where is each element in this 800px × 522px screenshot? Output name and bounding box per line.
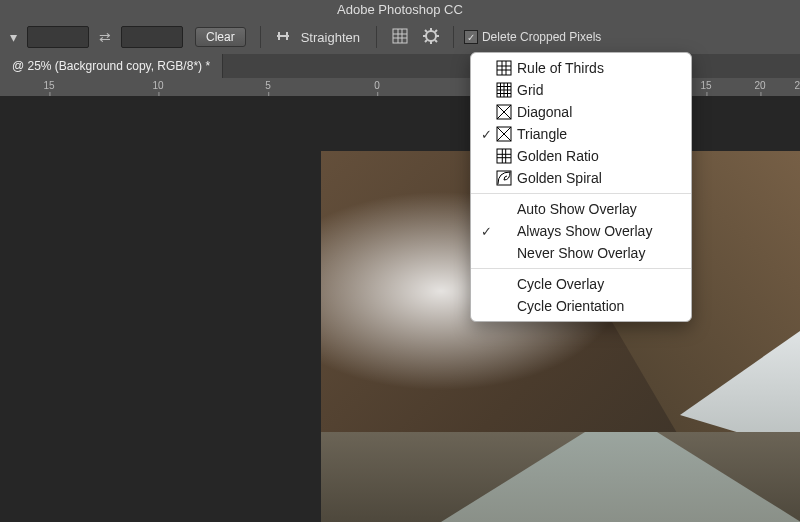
- menu-item-label: Auto Show Overlay: [517, 201, 637, 217]
- divider: [453, 26, 454, 48]
- crop-settings-icon[interactable]: [419, 28, 443, 47]
- menu-item-label: Diagonal: [517, 104, 572, 120]
- crop-width-input[interactable]: [27, 26, 89, 48]
- menu-item-always-show-overlay[interactable]: ✓Always Show Overlay: [471, 220, 691, 242]
- menu-item-label: Triangle: [517, 126, 567, 142]
- menu-item-cycle-overlay[interactable]: Cycle Overlay: [471, 273, 691, 295]
- menu-item-golden-spiral[interactable]: Golden Spiral: [471, 167, 691, 189]
- tri-icon: [495, 126, 513, 142]
- svg-rect-17: [497, 61, 511, 75]
- divider: [376, 26, 377, 48]
- app-title: Adobe Photoshop CC: [0, 0, 800, 21]
- aspect-dropdown-icon[interactable]: ▾: [6, 29, 21, 45]
- menu-item-label: Grid: [517, 82, 543, 98]
- overlay-options-button[interactable]: [387, 25, 413, 50]
- menu-separator: [471, 193, 691, 194]
- check-icon: ✓: [477, 127, 495, 142]
- svg-line-14: [435, 40, 437, 42]
- svg-line-34: [497, 127, 504, 134]
- check-icon: ✓: [477, 224, 495, 239]
- ruler-tick: 0: [374, 80, 380, 91]
- document-tab[interactable]: @ 25% (Background copy, RGB/8*) *: [0, 54, 223, 79]
- ruler-tick: 10: [152, 80, 163, 91]
- menu-item-diagonal[interactable]: Diagonal: [471, 101, 691, 123]
- diag-icon: [495, 104, 513, 120]
- menu-item-label: Golden Ratio: [517, 148, 599, 164]
- svg-rect-3: [393, 29, 407, 43]
- overlay-options-menu: Rule of ThirdsGridDiagonal✓TriangleGolde…: [470, 52, 692, 322]
- menu-item-label: Cycle Overlay: [517, 276, 604, 292]
- menu-item-cycle-orientation[interactable]: Cycle Orientation: [471, 295, 691, 317]
- ruler-tick: 25: [794, 80, 800, 91]
- clear-button[interactable]: Clear: [195, 27, 246, 47]
- menu-separator: [471, 268, 691, 269]
- delete-cropped-label: Delete Cropped Pixels: [482, 30, 601, 44]
- svg-line-35: [504, 134, 511, 141]
- menu-item-grid[interactable]: Grid: [471, 79, 691, 101]
- menu-item-auto-show-overlay[interactable]: Auto Show Overlay: [471, 198, 691, 220]
- svg-rect-2: [286, 32, 288, 40]
- grid3-icon: [495, 60, 513, 76]
- menu-item-label: Always Show Overlay: [517, 223, 652, 239]
- straighten-icon[interactable]: [271, 28, 295, 47]
- crop-height-input[interactable]: [121, 26, 183, 48]
- ruler-tick: 5: [265, 80, 271, 91]
- svg-rect-1: [278, 32, 280, 40]
- golden-icon: [495, 148, 513, 164]
- swap-dimensions-icon[interactable]: ⇄: [95, 29, 115, 45]
- spiral-icon: [495, 170, 513, 186]
- svg-line-16: [425, 40, 427, 42]
- delete-cropped-checkbox[interactable]: ✓ Delete Cropped Pixels: [464, 30, 601, 44]
- menu-item-never-show-overlay[interactable]: Never Show Overlay: [471, 242, 691, 264]
- svg-line-13: [425, 30, 427, 32]
- grid4-icon: [495, 82, 513, 98]
- menu-item-label: Cycle Orientation: [517, 298, 624, 314]
- menu-item-label: Golden Spiral: [517, 170, 602, 186]
- ruler-tick: 15: [43, 80, 54, 91]
- menu-item-rule-of-thirds[interactable]: Rule of Thirds: [471, 57, 691, 79]
- straighten-label: Straighten: [301, 30, 360, 45]
- checkbox-mark-icon: ✓: [464, 30, 478, 44]
- crop-options-bar: ▾ ⇄ Clear Straighten ✓ Delete Cropped Pi…: [0, 20, 800, 55]
- svg-line-15: [435, 30, 437, 32]
- menu-item-triangle[interactable]: ✓Triangle: [471, 123, 691, 145]
- menu-item-label: Never Show Overlay: [517, 245, 645, 261]
- divider: [260, 26, 261, 48]
- menu-item-label: Rule of Thirds: [517, 60, 604, 76]
- svg-rect-36: [497, 149, 511, 163]
- ruler-tick: 15: [700, 80, 711, 91]
- menu-item-golden-ratio[interactable]: Golden Ratio: [471, 145, 691, 167]
- ruler-tick: 20: [754, 80, 765, 91]
- svg-point-8: [426, 31, 436, 41]
